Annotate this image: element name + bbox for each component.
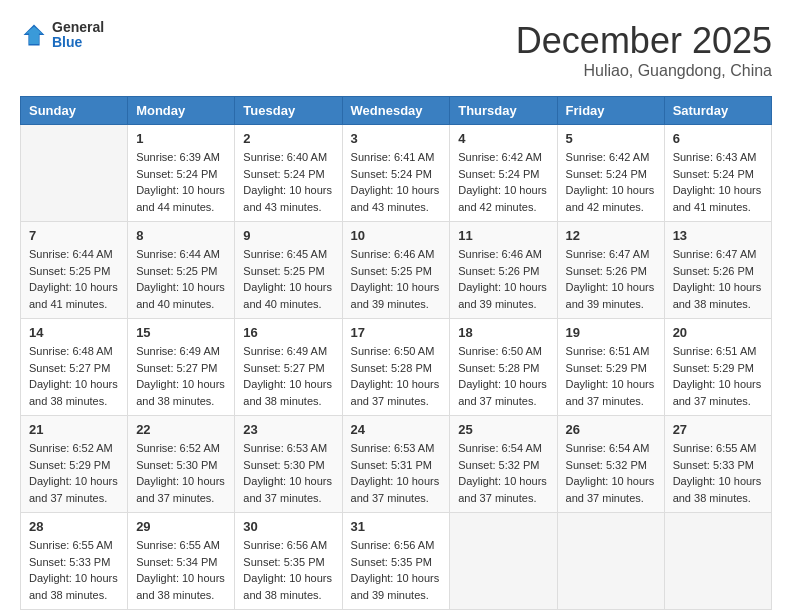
calendar-cell bbox=[450, 513, 557, 610]
day-info: Sunrise: 6:55 AM Sunset: 5:33 PM Dayligh… bbox=[29, 537, 119, 603]
day-info: Sunrise: 6:45 AM Sunset: 5:25 PM Dayligh… bbox=[243, 246, 333, 312]
day-number: 18 bbox=[458, 325, 548, 340]
day-number: 14 bbox=[29, 325, 119, 340]
calendar-cell: 2Sunrise: 6:40 AM Sunset: 5:24 PM Daylig… bbox=[235, 125, 342, 222]
day-info: Sunrise: 6:54 AM Sunset: 5:32 PM Dayligh… bbox=[566, 440, 656, 506]
calendar-cell: 26Sunrise: 6:54 AM Sunset: 5:32 PM Dayli… bbox=[557, 416, 664, 513]
day-number: 11 bbox=[458, 228, 548, 243]
calendar-week-row: 1Sunrise: 6:39 AM Sunset: 5:24 PM Daylig… bbox=[21, 125, 772, 222]
day-number: 13 bbox=[673, 228, 763, 243]
day-info: Sunrise: 6:39 AM Sunset: 5:24 PM Dayligh… bbox=[136, 149, 226, 215]
day-number: 28 bbox=[29, 519, 119, 534]
day-info: Sunrise: 6:50 AM Sunset: 5:28 PM Dayligh… bbox=[458, 343, 548, 409]
calendar-cell: 12Sunrise: 6:47 AM Sunset: 5:26 PM Dayli… bbox=[557, 222, 664, 319]
weekday-header: Sunday bbox=[21, 97, 128, 125]
calendar-cell: 22Sunrise: 6:52 AM Sunset: 5:30 PM Dayli… bbox=[128, 416, 235, 513]
weekday-header: Tuesday bbox=[235, 97, 342, 125]
calendar-cell: 27Sunrise: 6:55 AM Sunset: 5:33 PM Dayli… bbox=[664, 416, 771, 513]
day-info: Sunrise: 6:52 AM Sunset: 5:30 PM Dayligh… bbox=[136, 440, 226, 506]
weekday-header: Monday bbox=[128, 97, 235, 125]
calendar-cell: 13Sunrise: 6:47 AM Sunset: 5:26 PM Dayli… bbox=[664, 222, 771, 319]
day-number: 5 bbox=[566, 131, 656, 146]
day-info: Sunrise: 6:53 AM Sunset: 5:30 PM Dayligh… bbox=[243, 440, 333, 506]
weekday-header: Wednesday bbox=[342, 97, 450, 125]
calendar-cell: 15Sunrise: 6:49 AM Sunset: 5:27 PM Dayli… bbox=[128, 319, 235, 416]
logo-general: General bbox=[52, 20, 104, 35]
logo-blue: Blue bbox=[52, 35, 104, 50]
logo-icon bbox=[20, 21, 48, 49]
calendar-cell: 3Sunrise: 6:41 AM Sunset: 5:24 PM Daylig… bbox=[342, 125, 450, 222]
day-number: 1 bbox=[136, 131, 226, 146]
calendar-week-row: 14Sunrise: 6:48 AM Sunset: 5:27 PM Dayli… bbox=[21, 319, 772, 416]
day-number: 4 bbox=[458, 131, 548, 146]
calendar-header-row: SundayMondayTuesdayWednesdayThursdayFrid… bbox=[21, 97, 772, 125]
day-info: Sunrise: 6:42 AM Sunset: 5:24 PM Dayligh… bbox=[458, 149, 548, 215]
calendar-week-row: 21Sunrise: 6:52 AM Sunset: 5:29 PM Dayli… bbox=[21, 416, 772, 513]
day-info: Sunrise: 6:53 AM Sunset: 5:31 PM Dayligh… bbox=[351, 440, 442, 506]
logo-text: General Blue bbox=[52, 20, 104, 51]
calendar-cell: 25Sunrise: 6:54 AM Sunset: 5:32 PM Dayli… bbox=[450, 416, 557, 513]
day-info: Sunrise: 6:46 AM Sunset: 5:25 PM Dayligh… bbox=[351, 246, 442, 312]
day-number: 30 bbox=[243, 519, 333, 534]
day-info: Sunrise: 6:48 AM Sunset: 5:27 PM Dayligh… bbox=[29, 343, 119, 409]
calendar-cell: 19Sunrise: 6:51 AM Sunset: 5:29 PM Dayli… bbox=[557, 319, 664, 416]
calendar-cell: 29Sunrise: 6:55 AM Sunset: 5:34 PM Dayli… bbox=[128, 513, 235, 610]
svg-marker-1 bbox=[26, 27, 43, 44]
day-info: Sunrise: 6:52 AM Sunset: 5:29 PM Dayligh… bbox=[29, 440, 119, 506]
day-number: 12 bbox=[566, 228, 656, 243]
day-info: Sunrise: 6:43 AM Sunset: 5:24 PM Dayligh… bbox=[673, 149, 763, 215]
day-info: Sunrise: 6:49 AM Sunset: 5:27 PM Dayligh… bbox=[243, 343, 333, 409]
day-info: Sunrise: 6:51 AM Sunset: 5:29 PM Dayligh… bbox=[673, 343, 763, 409]
day-info: Sunrise: 6:46 AM Sunset: 5:26 PM Dayligh… bbox=[458, 246, 548, 312]
calendar-cell: 9Sunrise: 6:45 AM Sunset: 5:25 PM Daylig… bbox=[235, 222, 342, 319]
day-number: 17 bbox=[351, 325, 442, 340]
day-info: Sunrise: 6:49 AM Sunset: 5:27 PM Dayligh… bbox=[136, 343, 226, 409]
day-number: 2 bbox=[243, 131, 333, 146]
day-info: Sunrise: 6:55 AM Sunset: 5:34 PM Dayligh… bbox=[136, 537, 226, 603]
day-number: 19 bbox=[566, 325, 656, 340]
day-number: 29 bbox=[136, 519, 226, 534]
day-info: Sunrise: 6:54 AM Sunset: 5:32 PM Dayligh… bbox=[458, 440, 548, 506]
location: Huliao, Guangdong, China bbox=[516, 62, 772, 80]
calendar-cell: 14Sunrise: 6:48 AM Sunset: 5:27 PM Dayli… bbox=[21, 319, 128, 416]
day-number: 3 bbox=[351, 131, 442, 146]
month-title: December 2025 bbox=[516, 20, 772, 62]
weekday-header: Thursday bbox=[450, 97, 557, 125]
calendar-week-row: 7Sunrise: 6:44 AM Sunset: 5:25 PM Daylig… bbox=[21, 222, 772, 319]
calendar-cell bbox=[21, 125, 128, 222]
day-info: Sunrise: 6:51 AM Sunset: 5:29 PM Dayligh… bbox=[566, 343, 656, 409]
day-info: Sunrise: 6:56 AM Sunset: 5:35 PM Dayligh… bbox=[243, 537, 333, 603]
day-info: Sunrise: 6:47 AM Sunset: 5:26 PM Dayligh… bbox=[566, 246, 656, 312]
calendar-week-row: 28Sunrise: 6:55 AM Sunset: 5:33 PM Dayli… bbox=[21, 513, 772, 610]
calendar-cell: 5Sunrise: 6:42 AM Sunset: 5:24 PM Daylig… bbox=[557, 125, 664, 222]
day-info: Sunrise: 6:40 AM Sunset: 5:24 PM Dayligh… bbox=[243, 149, 333, 215]
day-info: Sunrise: 6:50 AM Sunset: 5:28 PM Dayligh… bbox=[351, 343, 442, 409]
day-number: 22 bbox=[136, 422, 226, 437]
calendar-cell: 16Sunrise: 6:49 AM Sunset: 5:27 PM Dayli… bbox=[235, 319, 342, 416]
day-number: 7 bbox=[29, 228, 119, 243]
day-info: Sunrise: 6:44 AM Sunset: 5:25 PM Dayligh… bbox=[136, 246, 226, 312]
day-info: Sunrise: 6:44 AM Sunset: 5:25 PM Dayligh… bbox=[29, 246, 119, 312]
calendar-cell: 7Sunrise: 6:44 AM Sunset: 5:25 PM Daylig… bbox=[21, 222, 128, 319]
day-info: Sunrise: 6:55 AM Sunset: 5:33 PM Dayligh… bbox=[673, 440, 763, 506]
calendar-cell: 1Sunrise: 6:39 AM Sunset: 5:24 PM Daylig… bbox=[128, 125, 235, 222]
day-number: 26 bbox=[566, 422, 656, 437]
day-number: 21 bbox=[29, 422, 119, 437]
calendar-cell: 20Sunrise: 6:51 AM Sunset: 5:29 PM Dayli… bbox=[664, 319, 771, 416]
calendar-cell: 24Sunrise: 6:53 AM Sunset: 5:31 PM Dayli… bbox=[342, 416, 450, 513]
calendar-cell: 6Sunrise: 6:43 AM Sunset: 5:24 PM Daylig… bbox=[664, 125, 771, 222]
day-info: Sunrise: 6:42 AM Sunset: 5:24 PM Dayligh… bbox=[566, 149, 656, 215]
day-number: 9 bbox=[243, 228, 333, 243]
calendar-cell: 28Sunrise: 6:55 AM Sunset: 5:33 PM Dayli… bbox=[21, 513, 128, 610]
calendar-cell bbox=[664, 513, 771, 610]
day-number: 20 bbox=[673, 325, 763, 340]
day-info: Sunrise: 6:56 AM Sunset: 5:35 PM Dayligh… bbox=[351, 537, 442, 603]
day-number: 8 bbox=[136, 228, 226, 243]
calendar-cell: 23Sunrise: 6:53 AM Sunset: 5:30 PM Dayli… bbox=[235, 416, 342, 513]
calendar-cell: 8Sunrise: 6:44 AM Sunset: 5:25 PM Daylig… bbox=[128, 222, 235, 319]
calendar-cell: 11Sunrise: 6:46 AM Sunset: 5:26 PM Dayli… bbox=[450, 222, 557, 319]
calendar-cell: 4Sunrise: 6:42 AM Sunset: 5:24 PM Daylig… bbox=[450, 125, 557, 222]
day-number: 25 bbox=[458, 422, 548, 437]
logo: General Blue bbox=[20, 20, 104, 51]
calendar-cell: 17Sunrise: 6:50 AM Sunset: 5:28 PM Dayli… bbox=[342, 319, 450, 416]
